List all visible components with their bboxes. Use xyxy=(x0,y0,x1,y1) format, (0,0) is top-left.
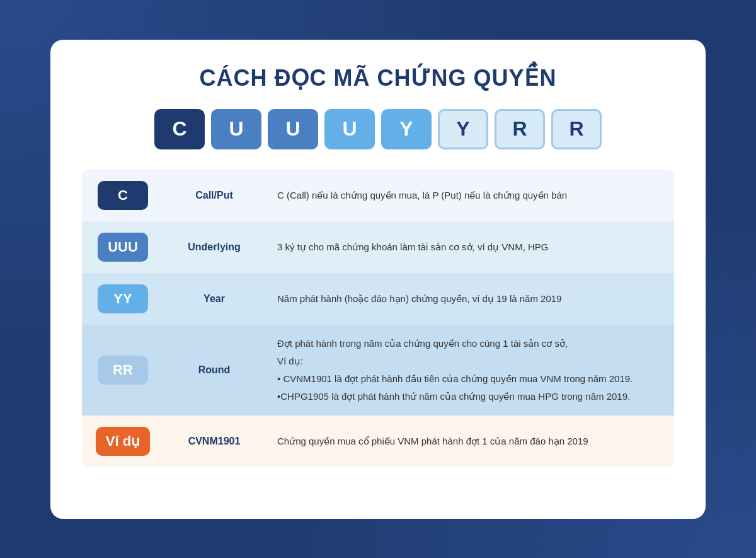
badge-c: C xyxy=(98,181,148,210)
code-box-6: R xyxy=(495,109,545,149)
info-table: CCall/PutC (Call) nếu là chứng quyền mua… xyxy=(82,170,674,467)
code-box-0: C xyxy=(154,109,205,149)
table-row-yy: YYYearNăm phát hành (hoặc đáo hạn) chứng… xyxy=(82,273,674,325)
code-box-4: Y xyxy=(381,109,432,149)
badge-rr: RR xyxy=(98,356,148,385)
table-row-rr: RRRoundĐợt phát hành trong năm của chứng… xyxy=(82,325,674,416)
desc-rr: Đợt phát hành trong năm của chứng quyền … xyxy=(265,325,674,416)
term-vd: CVNM1901 xyxy=(164,416,265,467)
desc-yy: Năm phát hành (hoặc đáo hạn) chứng quyền… xyxy=(265,273,674,325)
main-card: CÁCH ĐỌC MÃ CHỨNG QUYỀN CUUUYYRR CCall/P… xyxy=(50,40,706,519)
page-title: CÁCH ĐỌC MÃ CHỨNG QUYỀN xyxy=(82,65,674,91)
desc-extra-line: •CHPG1905 là đợt phát hành thứ năm của c… xyxy=(277,389,662,404)
desc-uuu: 3 ký tự cho mã chứng khoán làm tài sản c… xyxy=(265,221,674,273)
table-row-uuu: UUUUnderlying3 ký tự cho mã chứng khoán … xyxy=(82,221,674,273)
desc-vd: Chứng quyền mua cổ phiếu VNM phát hành đ… xyxy=(265,416,674,467)
table-row-vd: Ví dụCVNM1901Chứng quyền mua cổ phiếu VN… xyxy=(82,416,674,467)
code-row: CUUUYYRR xyxy=(82,109,674,149)
term-uuu: Underlying xyxy=(164,221,265,273)
term-rr: Round xyxy=(164,325,265,416)
desc-extra-line: • CVNM1901 là đợt phát hành đầu tiên của… xyxy=(277,371,662,387)
code-box-5: Y xyxy=(438,109,488,149)
term-c: Call/Put xyxy=(164,170,265,221)
term-yy: Year xyxy=(164,273,265,325)
code-box-2: U xyxy=(268,109,318,149)
table-row-c: CCall/PutC (Call) nếu là chứng quyền mua… xyxy=(82,170,674,221)
badge-uuu: UUU xyxy=(98,233,148,262)
badge-yy: YY xyxy=(98,284,148,313)
desc-c: C (Call) nếu là chứng quyền mua, là P (P… xyxy=(265,170,674,221)
badge-vd: Ví dụ xyxy=(96,427,150,456)
code-box-3: U xyxy=(324,109,375,149)
code-box-1: U xyxy=(211,109,261,149)
code-box-7: R xyxy=(551,109,602,149)
desc-extra-line: Ví dụ: xyxy=(277,354,662,369)
